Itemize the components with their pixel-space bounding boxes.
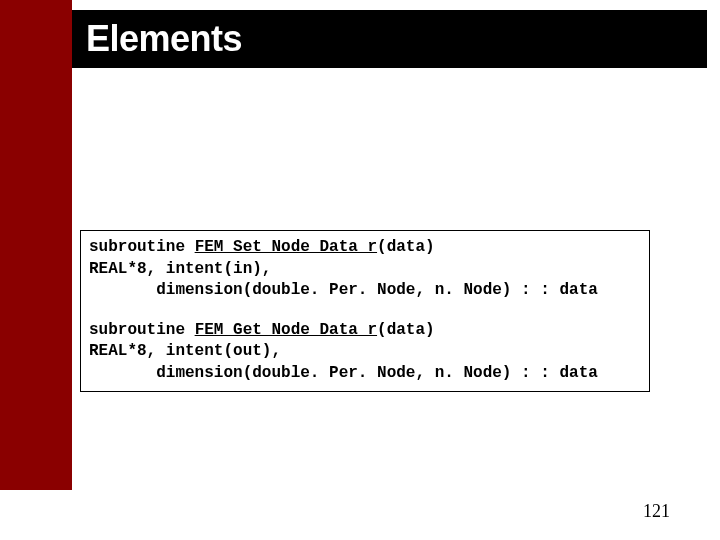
code-line: REAL*8, intent(out),	[89, 341, 641, 363]
code-text: subroutine	[89, 238, 195, 256]
title-bar: Elements	[72, 10, 707, 68]
code-line: subroutine FEM_Get_Node_Data_r(data)	[89, 320, 641, 342]
code-box: subroutine FEM_Set_Node_Data_r(data) REA…	[80, 230, 650, 392]
code-text: (data)	[377, 321, 435, 339]
code-line: REAL*8, intent(in),	[89, 259, 641, 281]
function-name: FEM_Get_Node_Data_r	[195, 321, 377, 339]
code-line: dimension(double. Per. Node, n. Node) : …	[89, 363, 641, 385]
code-text: (data)	[377, 238, 435, 256]
slide-title: Elements	[86, 18, 242, 60]
code-line: dimension(double. Per. Node, n. Node) : …	[89, 280, 641, 302]
code-line: subroutine FEM_Set_Node_Data_r(data)	[89, 237, 641, 259]
function-name: FEM_Set_Node_Data_r	[195, 238, 377, 256]
accent-sidebar	[0, 0, 72, 490]
page-number: 121	[643, 501, 670, 522]
blank-line	[89, 302, 641, 320]
code-text: subroutine	[89, 321, 195, 339]
